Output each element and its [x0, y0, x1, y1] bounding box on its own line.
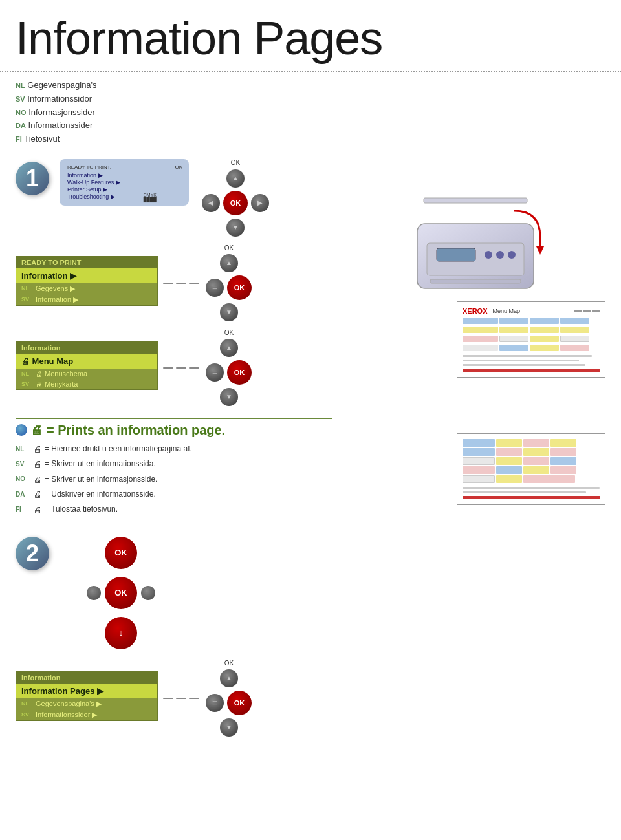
nav-down-step2[interactable]: ▼: [220, 718, 238, 737]
lang-nl: NL Gegevenspagina's: [16, 79, 605, 92]
menu-box-step2-item-sv: SV Informationssidor ▶: [16, 709, 157, 720]
doc-thumb-1-header: XEROX Menu Map: [463, 307, 600, 315]
print-desc-fi: FI 🖨 = Tulostaa tietosivun.: [16, 502, 332, 517]
nav-step2-left-btn[interactable]: [87, 586, 101, 600]
print-info-langs: NL 🖨 = Hiermee drukt u een informatiepag…: [16, 442, 332, 517]
ok-label-top: OK: [231, 159, 240, 166]
nav-left[interactable]: ◀: [202, 194, 220, 212]
svg-marker-8: [536, 246, 544, 255]
menu-box-step2-item-nl: NL Gegevenspagina's ▶: [16, 698, 157, 709]
step2-number: 2: [16, 537, 49, 570]
nav-up-1[interactable]: ▲: [220, 254, 238, 272]
print-desc-no: NO 🖨 = Skriver ut en informasjonsside.: [16, 472, 332, 487]
left-column: 1 READY TO PRINT. Information ▶ Walk-Up …: [16, 153, 332, 744]
print-icon-da: 🖨: [34, 487, 42, 502]
lang-da: DA Informationssider: [16, 119, 605, 133]
nav-up-step2[interactable]: ▲: [220, 669, 238, 687]
menu-box-2: Information 🖨 Menu Map NL 🖨 Menuschema S…: [16, 341, 158, 390]
nav-up-2[interactable]: ▲: [220, 339, 238, 357]
nav-up[interactable]: ▲: [226, 169, 245, 188]
ok-label-step2: OK: [224, 660, 234, 667]
nav-row-step2: = OK: [204, 689, 254, 717]
nav-ok-final[interactable]: OK: [227, 691, 252, 715]
menu-box-1: READY TO PRINT Information ▶ NL Gegevens…: [16, 256, 158, 306]
doc-thumbnail-1: XEROX Menu Map: [457, 301, 605, 378]
menu-row-step2: Information Information Pages ▶ NL Gegev…: [16, 660, 332, 738]
display-item-setup: Printer Setup ▶: [67, 186, 181, 193]
nav-ok-step2-top[interactable]: OK: [105, 537, 137, 569]
step-circle-1: 1: [16, 162, 49, 195]
language-list: NL Gegevenspagina's SV Informationssidor…: [0, 72, 621, 153]
nav-ok-2[interactable]: OK: [227, 360, 252, 385]
menu-box-2-header: Information: [16, 342, 157, 354]
doc-row-2: [463, 448, 600, 456]
main-content: 1 READY TO PRINT. Information ▶ Walk-Up …: [0, 153, 621, 744]
cmyk-indicator: CMYK████: [144, 193, 157, 202]
doc-red-bar-1: [463, 369, 600, 372]
nav-middle-row: ◀ OK ▶: [201, 189, 270, 217]
printer-display: READY TO PRINT. Information ▶ Walk-Up Fe…: [60, 159, 189, 206]
svg-rect-7: [430, 279, 521, 283]
svg-point-4: [485, 251, 492, 259]
nav-ok-step2-down[interactable]: ↓: [105, 617, 137, 649]
lang-fi: FI Tietosivut: [16, 133, 605, 146]
nav-eq-step2: =: [206, 694, 224, 712]
dashed-line-step2: [162, 698, 201, 699]
nav-ok-step2[interactable]: OK: [105, 577, 137, 609]
nav-step2-middle: OK: [85, 574, 157, 612]
nav-cluster-top: ▲ ◀ OK ▶ ▼: [201, 168, 270, 238]
print-icon-sv: 🖨: [34, 457, 42, 471]
right-column: XEROX Menu Map: [332, 153, 605, 744]
ok-label-2: OK: [224, 329, 234, 336]
nav-step2-bottom: ↓: [102, 614, 140, 652]
nav-row-2: = OK: [204, 358, 254, 387]
nav-down-2[interactable]: ▼: [220, 388, 238, 406]
print-desc-sv: SV 🖨 = Skriver ut en informationssida.: [16, 457, 332, 471]
menu-box-2-item-sv: SV 🖨 Menykarta: [16, 379, 157, 389]
nav-step2-left: OK OK ↓: [85, 534, 157, 652]
print-desc-da: DA 🖨 = Udskriver en informationsside.: [16, 487, 332, 502]
doc-lines: [574, 310, 600, 312]
display-ready-text: READY TO PRINT.: [67, 164, 181, 170]
display-item-walkup: Walk-Up Features ▶: [67, 179, 181, 186]
nav-right[interactable]: ▶: [251, 194, 269, 212]
nav-cluster-2: OK ▲ = OK ▼: [204, 329, 254, 407]
nav-ok-btn[interactable]: OK: [223, 191, 248, 215]
menu-box-step2: Information Information Pages ▶ NL Gegev…: [16, 671, 158, 721]
doc-row-1: [463, 439, 600, 447]
ok-button-display: OK: [175, 164, 182, 170]
display-menu-items: Information ▶ Walk-Up Features ▶ Printer…: [67, 172, 181, 200]
step2-row: 2 OK OK ↓: [16, 534, 332, 652]
print-info-heading: = Prints an information page.: [47, 423, 225, 438]
nav-cluster-1: OK ▲ = OK ▼: [204, 244, 254, 323]
page-title: Information Pages: [0, 0, 621, 72]
nav-step2-right-btn[interactable]: [141, 586, 155, 600]
menu-box-1-active: Information ▶: [16, 268, 157, 283]
step1-number: 1: [16, 162, 49, 195]
display-item-info: Information ▶: [67, 172, 181, 178]
menu-row-2: Information 🖨 Menu Map NL 🖨 Menuschema S…: [16, 329, 332, 407]
menu-box-2-item-nl: NL 🖨 Menuschema: [16, 369, 157, 379]
doc-thumbnail-2: [457, 433, 605, 505]
nav-down-1[interactable]: ▼: [220, 303, 238, 321]
lang-sv: SV Informationssidor: [16, 92, 605, 106]
dashed-line-2: [162, 367, 201, 369]
xerox-logo: XEROX: [463, 307, 488, 315]
spacer: [345, 388, 605, 407]
doc-line-2: [463, 491, 586, 493]
menu-box-1-item-sv: SV Information ▶: [16, 294, 157, 305]
doc-row-5: [463, 475, 600, 483]
step-circle-2: 2: [16, 537, 49, 570]
nav-down[interactable]: ▼: [226, 219, 245, 237]
blue-dot-icon: [16, 424, 27, 436]
svg-rect-0: [424, 198, 527, 203]
nav-row-1: = OK: [204, 274, 254, 302]
print-info-title: 🖨 = Prints an information page.: [16, 423, 332, 438]
nav-step2-top: OK: [102, 534, 140, 572]
print-icon-nl: 🖨: [34, 442, 42, 457]
nav-ok-1[interactable]: OK: [227, 275, 252, 300]
menu-box-step2-active: Information Pages ▶: [16, 684, 157, 698]
print-info-section: 🖨 = Prints an information page. NL 🖨 = H…: [16, 418, 332, 521]
menu-box-2-active: 🖨 Menu Map: [16, 354, 157, 369]
ok-label-1: OK: [224, 244, 234, 252]
